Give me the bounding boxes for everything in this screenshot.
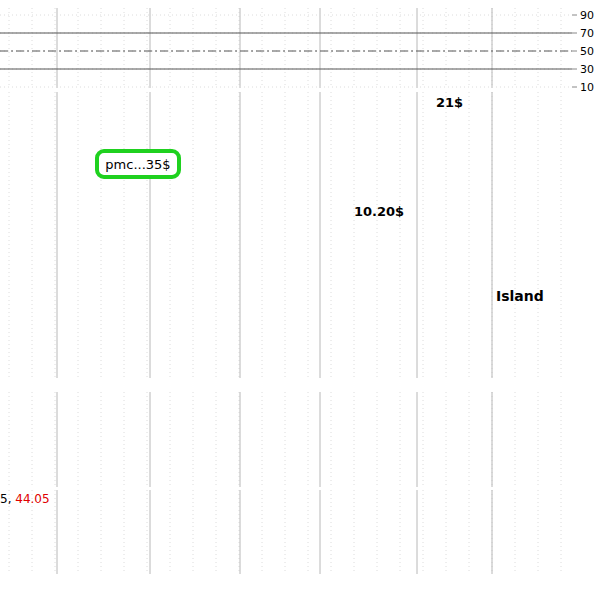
y-axis-label: 90 (580, 9, 594, 22)
stochastic-readout: 5, 44.05 (0, 492, 50, 506)
stock-chart-window: 9070503010 21$ pmc...35$ 10.20$ Island 5… (0, 0, 614, 603)
stochastic-current-value: 44.05 (15, 492, 49, 506)
y-axis-label: 10 (580, 81, 594, 94)
ghost-month-labels[interactable] (0, 586, 614, 600)
stochastic-params: 5, (0, 492, 11, 506)
gridlines (0, 8, 577, 574)
y-axis-label: 70 (580, 27, 594, 40)
x-axis-month-labels (0, 379, 614, 392)
support-price-label: 10.20$ (354, 204, 404, 219)
resistance-price-label: 21$ (436, 95, 463, 110)
y-axis-label: 50 (580, 45, 594, 58)
island-pattern-label: Island (496, 288, 544, 304)
pmc-target-annotation-box: pmc...35$ (95, 149, 181, 179)
y-axis-label: 30 (580, 63, 594, 76)
pmc-target-text: pmc...35$ (105, 157, 170, 172)
